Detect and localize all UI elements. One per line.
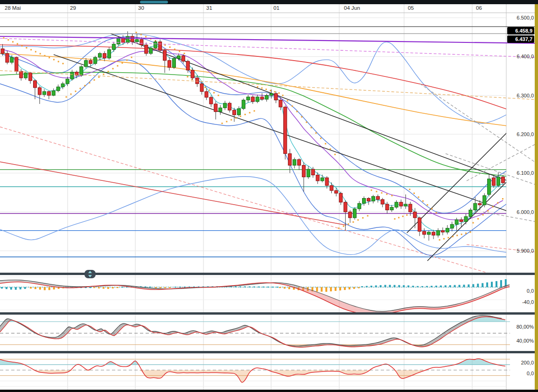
candle <box>154 42 157 48</box>
candle <box>474 203 477 210</box>
candle <box>427 232 431 234</box>
window-edge-strip <box>535 4 538 390</box>
candle <box>1 49 4 54</box>
candle <box>488 179 491 194</box>
candle <box>390 207 393 210</box>
candle <box>196 78 199 83</box>
price-axis-label: 6.200,0 <box>517 131 534 137</box>
candle <box>251 97 254 102</box>
candle <box>497 177 500 186</box>
candle <box>446 228 449 232</box>
candle <box>6 54 9 62</box>
candle <box>94 57 97 63</box>
price-axis-label: 6.100,0 <box>517 170 534 176</box>
candle <box>298 159 301 165</box>
candle <box>61 84 64 87</box>
x-axis-label: 31 <box>206 5 212 11</box>
candle <box>172 58 175 67</box>
price-badge-label: 6.458,9 <box>515 28 532 34</box>
candle <box>126 36 129 42</box>
candle <box>34 81 37 88</box>
candle <box>330 186 333 191</box>
x-axis-label: 04 Jun <box>344 5 360 11</box>
top-scrollbar-track[interactable] <box>0 0 538 4</box>
candle <box>413 212 417 218</box>
candle <box>464 217 468 222</box>
x-axis-label: 06 <box>476 5 482 11</box>
candle <box>371 196 375 201</box>
candle <box>404 204 407 206</box>
candle <box>311 169 314 175</box>
price-axis-label: 6.300,0 <box>517 93 534 98</box>
candle <box>423 231 426 234</box>
candle <box>353 209 356 218</box>
candle <box>224 103 227 108</box>
candle <box>395 202 398 207</box>
candle <box>56 87 60 90</box>
candle <box>10 57 14 62</box>
candle <box>117 38 120 44</box>
candle <box>210 97 213 104</box>
panel-splitter-handle[interactable] <box>84 270 96 278</box>
candle <box>246 97 250 100</box>
candle <box>335 191 338 193</box>
x-axis-label: 30 <box>138 5 144 11</box>
candle <box>450 224 454 228</box>
candle <box>302 165 305 177</box>
panel-separator <box>0 312 538 315</box>
indicator-axis-label: 80,00% <box>517 324 534 330</box>
candle <box>409 204 412 212</box>
candle <box>84 61 88 67</box>
candle <box>140 40 143 45</box>
x-axis-label: 29 <box>70 5 76 11</box>
candle <box>182 56 185 62</box>
candle <box>107 49 111 58</box>
candle <box>321 178 324 181</box>
price-badge-label: 6.437,7 <box>515 36 532 42</box>
candle <box>135 40 139 42</box>
candle <box>265 96 268 99</box>
candle <box>288 154 292 165</box>
candle <box>344 202 347 212</box>
candle <box>325 178 328 186</box>
candle <box>29 73 32 81</box>
candle <box>376 196 379 199</box>
x-axis-label: 01 <box>273 5 279 11</box>
candle <box>483 196 486 205</box>
candle <box>399 202 403 206</box>
candle <box>121 38 125 42</box>
candle <box>98 54 102 57</box>
panel-separator <box>0 351 538 353</box>
candle <box>24 73 28 78</box>
candle <box>66 79 69 84</box>
candle <box>214 104 217 112</box>
candle <box>455 220 458 224</box>
scrollbar-thumb[interactable] <box>140 1 168 4</box>
candle <box>70 72 74 79</box>
indicator-axis-label: 200,0 <box>521 360 534 365</box>
candle <box>284 107 287 154</box>
candle <box>42 91 46 95</box>
indicator-axis-label: 0,0 <box>527 288 534 294</box>
candle <box>237 109 240 115</box>
chart-canvas: 28 Mai2930310104 Jun05066.500,06.400,06.… <box>0 0 538 392</box>
candle <box>381 199 384 204</box>
candle <box>256 97 259 102</box>
trading-chart-window: 28 Mai2930310104 Jun05066.500,06.400,06.… <box>0 0 538 392</box>
price-axis-label: 6.400,0 <box>517 54 534 59</box>
candle <box>233 110 236 115</box>
indicator-axis-label: 0,0 <box>527 371 534 376</box>
candle <box>293 159 296 165</box>
x-axis-label: 28 Mai <box>5 5 21 11</box>
candle <box>460 220 463 221</box>
candle <box>349 212 352 218</box>
candle <box>159 42 162 50</box>
candle <box>112 44 115 50</box>
candle <box>358 203 361 209</box>
candle <box>492 178 496 186</box>
candle <box>316 175 319 180</box>
price-axis-label: 5.900,0 <box>517 248 534 254</box>
candle <box>38 88 41 95</box>
x-axis-label: 05 <box>408 5 414 11</box>
candle <box>242 100 245 109</box>
